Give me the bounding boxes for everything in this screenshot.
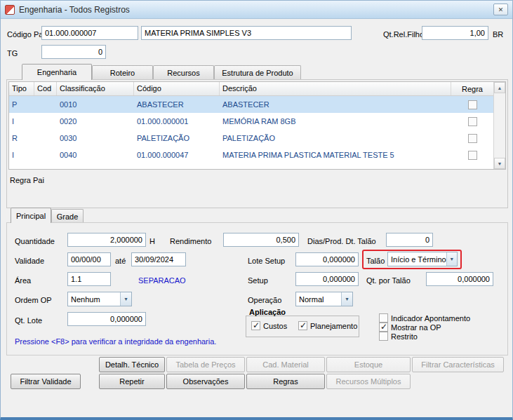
detalh-tecnico-button[interactable]: Detalh. Técnico — [99, 357, 165, 372]
filtrar-caracteristicas-button: Filtrar Características — [412, 357, 504, 372]
tab-principal[interactable]: Principal — [11, 208, 51, 223]
qt-rel-filho-input[interactable] — [422, 26, 488, 40]
cad-material-button: Cad. Material — [246, 357, 325, 372]
tg-label: TG — [7, 48, 18, 58]
validade-input[interactable] — [67, 252, 111, 266]
scroll-down-icon[interactable]: ▼ — [494, 158, 505, 169]
qt-por-talao-input[interactable] — [426, 272, 493, 286]
quantidade-unit-label: H — [149, 236, 155, 246]
grid-header-row: Tipo Cod Classificação Código Descrição … — [9, 82, 493, 96]
mostrar-na-op-label: Mostrar na OP — [391, 323, 441, 332]
observacoes-button[interactable]: Observações — [166, 374, 245, 389]
cell-codigo: PALETIZAÇÃO — [134, 134, 220, 142]
setup-label: Setup — [248, 276, 268, 285]
cell-descricao: PALETIZAÇÃO — [220, 134, 451, 142]
qt-lote-input[interactable] — [67, 312, 146, 326]
aplicacao-group-label: Aplicação — [249, 307, 286, 317]
regras-button[interactable]: Regras — [246, 374, 325, 389]
mostrar-na-op-checkbox[interactable] — [379, 323, 388, 332]
descricao-pai-input[interactable] — [141, 26, 352, 40]
custos-checkbox[interactable] — [251, 321, 260, 330]
recursos-multiplos-button: Recursos Múltiplos — [326, 374, 411, 389]
estoque-button: Estoque — [326, 357, 411, 372]
rendimento-input[interactable] — [223, 233, 299, 247]
talao-select-value: Início e Término — [391, 255, 446, 264]
area-label: Área — [15, 276, 31, 285]
column-header-regra[interactable]: Regra — [451, 82, 493, 95]
codigo-pai-label: Código Pai — [7, 29, 45, 39]
cell-descricao: ABASTECER — [220, 100, 451, 109]
cell-classificacao: 0040 — [57, 151, 134, 159]
restrito-checkbox-row[interactable]: Restrito — [379, 332, 418, 341]
tab-grade[interactable]: Grade — [51, 209, 84, 223]
ate-label: até — [115, 256, 126, 266]
table-row[interactable]: R 0030 PALETIZAÇÃO PALETIZAÇÃO — [9, 130, 493, 147]
lote-setup-input[interactable] — [295, 252, 359, 266]
lote-setup-label: Lote Setup — [248, 256, 285, 266]
mostrar-na-op-checkbox-row[interactable]: Mostrar na OP — [379, 323, 441, 332]
cell-descricao: MATERIA PRIMA PLASTICA MATERIAL TESTE 5 — [220, 151, 451, 159]
column-header-tipo[interactable]: Tipo — [9, 82, 34, 95]
validade-label: Validade — [15, 256, 44, 266]
tab-recursos[interactable]: Recursos — [153, 65, 214, 79]
repetir-button[interactable]: Repetir — [99, 374, 165, 389]
cell-tipo: R — [9, 134, 34, 142]
planejamento-checkbox-row[interactable]: Planejamento — [298, 321, 357, 330]
table-row[interactable]: P 0010 ABASTECER ABASTECER — [9, 96, 493, 113]
table-row[interactable]: I 0040 01.000.000047 MATERIA PRIMA PLAST… — [9, 147, 493, 163]
validade-ate-input[interactable] — [131, 252, 186, 266]
qt-por-talao-label: Qt. por Talão — [366, 276, 411, 285]
cell-classificacao: 0020 — [57, 117, 134, 126]
filtrar-validade-button[interactable]: Filtrar Validade — [11, 374, 81, 389]
chevron-down-icon: ▾ — [120, 292, 131, 306]
tab-roteiro[interactable]: Roteiro — [92, 65, 153, 79]
regra-checkbox[interactable] — [468, 117, 477, 126]
tabela-de-precos-button: Tabela de Preços — [166, 357, 245, 372]
area-input[interactable] — [67, 272, 111, 286]
cell-tipo: I — [9, 151, 34, 159]
table-row[interactable]: I 0020 01.000.000001 MEMÓRIA RAM 8GB — [9, 113, 493, 130]
planejamento-checkbox[interactable] — [298, 321, 307, 330]
custos-checkbox-row[interactable]: Custos — [251, 321, 287, 330]
app-icon — [5, 5, 15, 15]
column-header-descricao[interactable]: Descrição — [220, 82, 451, 95]
grid-scrollbar[interactable]: ▲ ▼ — [493, 82, 505, 169]
indicador-apontamento-checkbox-row[interactable]: Indicador Apontamento — [379, 313, 470, 323]
engenharia-grid: Tipo Cod Classificação Código Descrição … — [8, 81, 506, 170]
operacao-label: Operação — [248, 295, 281, 305]
unidade-label: BR — [493, 29, 503, 39]
tg-input[interactable] — [41, 45, 106, 59]
grid-body: Tipo Cod Classificação Código Descrição … — [9, 82, 493, 169]
close-button[interactable]: ✕ — [493, 4, 508, 15]
area-descricao-label: SEPARACAO — [138, 276, 186, 285]
indicador-apontamento-label: Indicador Apontamento — [391, 314, 470, 323]
talao-select[interactable]: Início e Término ▾ — [387, 252, 458, 266]
tab-estrutura-de-produto[interactable]: Estrutura de Produto — [214, 65, 301, 79]
qt-lote-label: Qt. Lote — [15, 316, 42, 325]
cell-codigo: ABASTECER — [134, 100, 220, 109]
chevron-down-icon: ▾ — [341, 292, 352, 306]
setup-input[interactable] — [295, 272, 359, 286]
column-header-codigo[interactable]: Código — [134, 82, 220, 95]
cell-classificacao: 0030 — [57, 134, 134, 142]
custos-label: Custos — [263, 322, 287, 330]
ordem-op-select[interactable]: Nenhum ▾ — [67, 292, 132, 306]
regra-checkbox[interactable] — [468, 151, 477, 160]
ordem-op-label: Ordem OP — [15, 295, 52, 305]
quantidade-input[interactable] — [67, 233, 146, 247]
f8-hint-text: Pressione <F8> para verificar a integrid… — [15, 337, 216, 346]
cell-descricao: MEMÓRIA RAM 8GB — [220, 117, 451, 126]
dias-prod-input[interactable] — [386, 233, 433, 247]
codigo-pai-input[interactable] — [41, 26, 138, 40]
column-header-cod[interactable]: Cod — [34, 82, 57, 95]
column-header-classificacao[interactable]: Classificação — [57, 82, 134, 95]
restrito-checkbox[interactable] — [379, 332, 388, 341]
scroll-up-icon[interactable]: ▲ — [494, 82, 505, 93]
chevron-down-icon: ▾ — [446, 252, 457, 266]
regra-checkbox[interactable] — [468, 134, 477, 143]
tab-engenharia[interactable]: Engenharia — [22, 64, 92, 80]
operacao-select[interactable]: Normal ▾ — [295, 292, 353, 306]
titlebar: Engenharia - Todos Registros ✕ — [1, 1, 512, 19]
regra-checkbox[interactable] — [468, 100, 477, 109]
operacao-select-value: Normal — [299, 295, 324, 304]
